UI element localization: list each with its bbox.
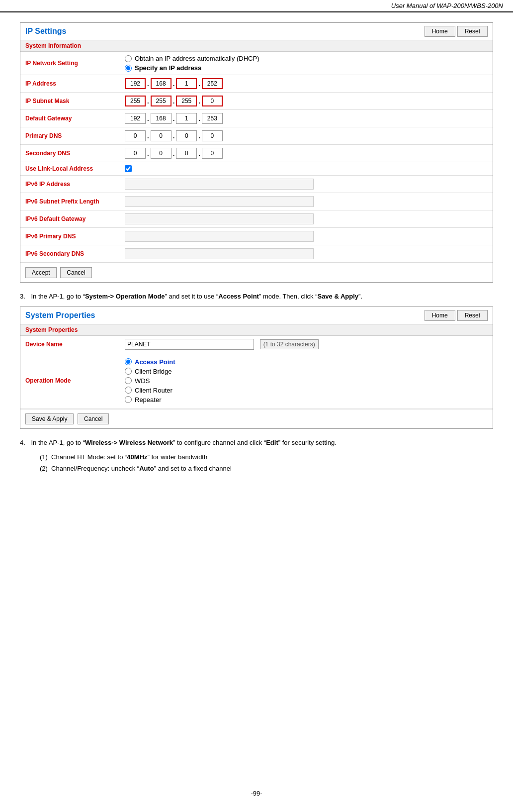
repeater-radio-label: Repeater — [135, 396, 161, 404]
40mhz-bold: 40MHz — [127, 453, 147, 461]
specify-ip-option-row: Specify an IP address — [125, 64, 488, 72]
ipv6-subnet-prefix-row: IPv6 Subnet Prefix Length — [20, 193, 493, 210]
pdns-octet-2[interactable] — [151, 130, 171, 141]
header-title: User Manual of WAP-200N/WBS-200N — [391, 2, 503, 9]
link-local-checkbox[interactable] — [125, 165, 132, 172]
gateway-octet-2[interactable] — [151, 113, 171, 124]
gateway-octet-4[interactable] — [202, 113, 223, 124]
auto-bold: Auto — [139, 465, 154, 472]
panel1-section-label: System Information — [20, 40, 493, 52]
operation-mode-value: Access Point Client Bridge WDS Clie — [120, 353, 493, 408]
ipv6-primary-dns-label: IPv6 Primary DNS — [20, 228, 120, 245]
wireless-network-bold: Wireless-> Wireless Network — [85, 439, 173, 446]
panel1-reset-button[interactable]: Reset — [457, 26, 488, 37]
client-bridge-option: Client Bridge — [125, 368, 488, 375]
default-gateway-label: Default Gateway — [20, 110, 120, 127]
save-apply-bold: Save & Apply — [317, 293, 358, 300]
gateway-octet-3[interactable] — [176, 113, 197, 124]
specify-ip-radio[interactable] — [125, 65, 132, 72]
page-number: -99- — [251, 790, 262, 797]
ip-subnet-mask-row: IP Subnet Mask . . . — [20, 93, 493, 110]
edit-bold: Edit — [266, 439, 278, 446]
panel1-header: IP Settings Home Reset — [20, 23, 493, 40]
instruction-3: 3. In the AP-1, go to “System-> Operatio… — [20, 292, 493, 302]
ipv6-primary-dns-input[interactable] — [125, 231, 314, 242]
ipv6-ip-address-value — [120, 176, 493, 193]
panel2-buttons: Home Reset — [425, 310, 488, 321]
client-router-radio[interactable] — [125, 387, 132, 394]
panel1-title: IP Settings — [25, 27, 66, 36]
ipv6-default-gateway-label: IPv6 Default Gateway — [20, 210, 120, 228]
ipv6-ip-address-row: IPv6 IP Address — [20, 176, 493, 193]
gateway-octet-1[interactable] — [125, 113, 146, 124]
ipv6-ip-address-input[interactable] — [125, 179, 314, 190]
ipv6-secondary-dns-label: IPv6 Secondary DNS — [20, 245, 120, 263]
instruction-4: 4. In the AP-1, go to “Wireless-> Wirele… — [20, 438, 493, 448]
default-gateway-value: . . . — [120, 110, 493, 127]
ip-octet-3[interactable] — [176, 78, 197, 89]
char-limit-label: (1 to 32 characters) — [260, 339, 319, 349]
ip-octet-2[interactable] — [151, 78, 171, 89]
sdns-octet-4[interactable] — [202, 148, 223, 159]
cancel-button-2[interactable]: Cancel — [78, 413, 109, 424]
ipv6-subnet-prefix-value — [120, 193, 493, 210]
subnet-dot-2: . — [172, 98, 175, 105]
ipv6-secondary-dns-input[interactable] — [125, 248, 314, 259]
pdns-dot-3: . — [198, 132, 201, 140]
panel1-buttons: Home Reset — [425, 26, 488, 37]
wds-radio[interactable] — [125, 377, 132, 384]
panel2-reset-button[interactable]: Reset — [457, 310, 488, 321]
ip-settings-panel: IP Settings Home Reset System Informatio… — [20, 22, 493, 283]
ipv6-default-gateway-input[interactable] — [125, 213, 314, 224]
ipv6-subnet-prefix-input[interactable] — [125, 196, 314, 207]
ip-address-value: . . . — [120, 75, 493, 93]
default-gateway-row: Default Gateway . . . — [20, 110, 493, 127]
dhcp-radio[interactable] — [125, 55, 132, 62]
gateway-dot-1: . — [147, 115, 150, 122]
device-name-input[interactable] — [125, 339, 254, 350]
client-bridge-radio[interactable] — [125, 368, 132, 375]
subnet-octet-4[interactable] — [202, 96, 223, 106]
subnet-dot-3: . — [198, 98, 201, 105]
cancel-button-1[interactable]: Cancel — [60, 267, 91, 278]
ipv6-primary-dns-row: IPv6 Primary DNS — [20, 228, 493, 245]
wds-option: WDS — [125, 377, 488, 385]
dhcp-option-row: Obtain an IP address automatically (DHCP… — [125, 55, 488, 62]
subnet-octet-3[interactable] — [176, 96, 197, 106]
ip-octet-4[interactable] — [202, 78, 223, 89]
sdns-octet-3[interactable] — [176, 148, 197, 159]
access-point-radio[interactable] — [125, 358, 132, 365]
ip-octet-1[interactable] — [125, 78, 146, 89]
subnet-octet-2[interactable] — [151, 96, 171, 106]
secondary-dns-value: . . . — [120, 145, 493, 162]
wds-radio-label: WDS — [135, 377, 150, 385]
primary-dns-row: Primary DNS . . . — [20, 127, 493, 145]
ipv6-default-gateway-row: IPv6 Default Gateway — [20, 210, 493, 228]
gateway-dot-2: . — [172, 115, 175, 122]
page-header: User Manual of WAP-200N/WBS-200N — [0, 0, 513, 12]
ipv6-secondary-dns-value — [120, 245, 493, 263]
ipv6-subnet-prefix-label: IPv6 Subnet Prefix Length — [20, 193, 120, 210]
panel1-home-button[interactable]: Home — [425, 26, 455, 37]
pdns-octet-3[interactable] — [176, 130, 197, 141]
accept-button[interactable]: Accept — [25, 267, 57, 278]
access-point-bold: Access Point — [218, 293, 259, 300]
secondary-dns-row: Secondary DNS . . . — [20, 145, 493, 162]
pdns-octet-4[interactable] — [202, 130, 223, 141]
operation-mode-row: Operation Mode Access Point Client Bridg… — [20, 353, 493, 408]
panel2-section-label: System Properties — [20, 324, 493, 336]
save-apply-button[interactable]: Save & Apply — [25, 413, 74, 424]
client-bridge-radio-label: Client Bridge — [135, 368, 171, 375]
step-4-number: 4. — [20, 439, 25, 446]
ip-dot-3: . — [198, 80, 201, 88]
repeater-radio[interactable] — [125, 396, 132, 403]
ip-dot-1: . — [147, 80, 150, 88]
panel2-home-button[interactable]: Home — [425, 310, 455, 321]
primary-dns-label: Primary DNS — [20, 127, 120, 145]
ip-network-setting-value: Obtain an IP address automatically (DHCP… — [120, 52, 493, 75]
sdns-octet-1[interactable] — [125, 148, 146, 159]
ip-dot-2: . — [172, 80, 175, 88]
subnet-octet-1[interactable] — [125, 96, 146, 106]
sdns-octet-2[interactable] — [151, 148, 171, 159]
pdns-octet-1[interactable] — [125, 130, 146, 141]
